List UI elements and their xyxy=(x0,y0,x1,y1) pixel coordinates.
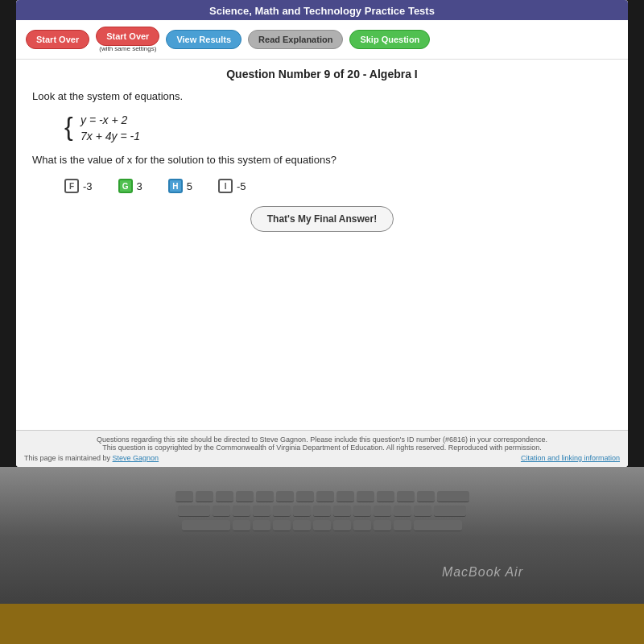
key xyxy=(175,491,193,502)
key xyxy=(353,520,371,531)
start-over-same-button[interactable]: Start Over xyxy=(96,27,159,46)
key xyxy=(397,491,415,502)
key xyxy=(353,506,371,517)
view-results-button[interactable]: View Results xyxy=(166,30,242,49)
key xyxy=(333,520,351,531)
skip-question-button[interactable]: Skip Question xyxy=(349,30,430,49)
key xyxy=(293,506,311,517)
key xyxy=(313,506,331,517)
choice-g[interactable]: G 3 xyxy=(118,179,142,193)
key xyxy=(414,520,462,531)
key xyxy=(236,491,254,502)
choice-g-value: 3 xyxy=(137,180,142,192)
page-footer: Questions regarding this site should be … xyxy=(16,430,628,467)
question-number: Question Number 9 of 20 - Algebra I xyxy=(32,68,612,80)
toolbar: Start Over Start Over (with same setting… xyxy=(16,20,628,60)
key xyxy=(437,491,469,502)
key xyxy=(357,491,374,502)
key xyxy=(253,506,270,517)
final-answer-button[interactable]: That's My Final Answer! xyxy=(250,206,394,232)
equation-2: 7x + 4y = -1 xyxy=(80,130,612,142)
key xyxy=(417,491,435,502)
site-header: Science, Math and Technology Practice Te… xyxy=(16,0,628,20)
start-over-same-wrap: Start Over (with same settings) xyxy=(96,27,159,52)
start-over-same-sub: (with same settings) xyxy=(99,45,156,52)
key xyxy=(313,520,331,531)
equation-block: { y = -x + 2 7x + 4y = -1 xyxy=(80,114,612,142)
key xyxy=(276,491,294,502)
question-followup: What is the value of x for the solution … xyxy=(32,154,612,166)
choice-i-value: -5 xyxy=(237,180,246,192)
choice-i[interactable]: I -5 xyxy=(218,179,246,193)
footer-citation-link[interactable]: Citation and linking information xyxy=(521,454,620,462)
key xyxy=(273,520,291,531)
desk-surface xyxy=(0,604,644,644)
key xyxy=(293,520,311,531)
key xyxy=(414,506,431,517)
key xyxy=(196,491,213,502)
key xyxy=(213,506,230,517)
key xyxy=(434,506,466,517)
laptop-keyboard xyxy=(0,467,644,547)
choice-g-badge: G xyxy=(118,179,133,193)
footer-maintained-text: This page is maintained by xyxy=(24,454,110,462)
answer-choices: F -3 G 3 H 5 I -5 xyxy=(64,179,612,193)
key xyxy=(233,520,250,531)
key xyxy=(273,506,291,517)
key xyxy=(256,491,274,502)
key xyxy=(374,520,391,531)
footer-copyright2: This question is copyrighted by the Comm… xyxy=(24,444,620,452)
footer-bottom: This page is maintained by Steve Gagnon … xyxy=(24,454,620,462)
choice-f[interactable]: F -3 xyxy=(64,179,93,193)
key xyxy=(182,520,230,531)
key xyxy=(253,520,270,531)
macbook-label: MacBook Air xyxy=(442,565,523,580)
footer-copyright: Questions regarding this site should be … xyxy=(24,436,620,444)
start-over-button[interactable]: Start Over xyxy=(26,30,89,49)
key xyxy=(216,491,233,502)
key xyxy=(336,491,354,502)
equation-1: y = -x + 2 xyxy=(80,114,612,126)
brace-symbol: { xyxy=(64,114,73,139)
key xyxy=(374,506,391,517)
key xyxy=(394,520,411,531)
key xyxy=(178,506,210,517)
footer-maintained: This page is maintained by Steve Gagnon xyxy=(24,454,159,462)
choice-f-badge: F xyxy=(64,179,79,193)
key xyxy=(316,491,334,502)
read-explanation-button[interactable]: Read Explanation xyxy=(248,30,343,49)
main-content: Question Number 9 of 20 - Algebra I Look… xyxy=(16,60,628,240)
choice-f-value: -3 xyxy=(83,180,93,192)
footer-maintained-link[interactable]: Steve Gagnon xyxy=(113,454,159,462)
key xyxy=(233,506,250,517)
site-title: Science, Math and Technology Practice Te… xyxy=(24,5,620,17)
choice-i-badge: I xyxy=(218,179,233,193)
choice-h-badge: H xyxy=(168,179,183,193)
final-answer-wrap: That's My Final Answer! xyxy=(32,206,612,232)
question-prompt: Look at the system of equations. xyxy=(32,90,612,102)
choice-h[interactable]: H 5 xyxy=(168,179,192,193)
key xyxy=(377,491,394,502)
key xyxy=(296,491,314,502)
key xyxy=(333,506,351,517)
key xyxy=(394,506,411,517)
choice-h-value: 5 xyxy=(187,180,192,192)
